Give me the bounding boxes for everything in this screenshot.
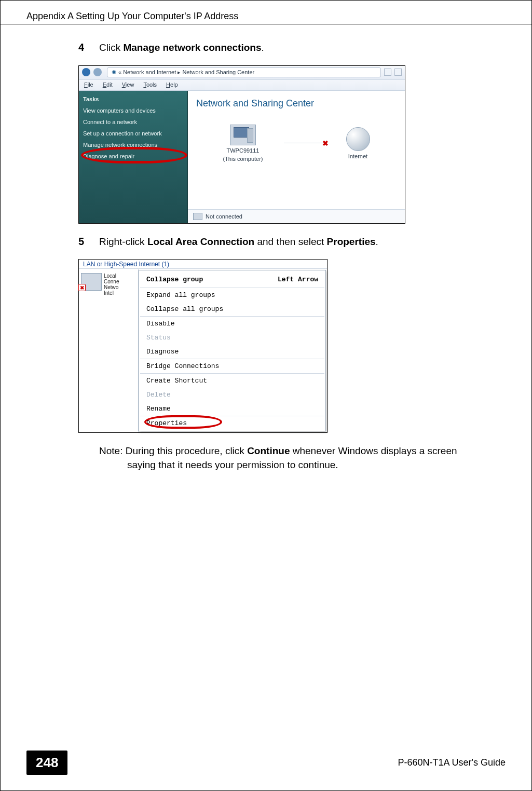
note-line1-post: whenever Windows displays a screen <box>290 445 457 456</box>
vista-menubar: File Edit View Tools Help <box>79 79 405 91</box>
page-header: Appendix A Setting Up Your Computer's IP… <box>1 1 531 24</box>
lan-l2: Conne <box>104 279 119 284</box>
menu-collapse-group[interactable]: Collapse group <box>146 276 203 283</box>
menu-status: Status <box>139 331 325 345</box>
menu-help[interactable]: Help <box>166 81 178 88</box>
main-panel: Network and Sharing Center TWPC99111 (Th… <box>188 91 405 223</box>
figure2-body: ✖ Local Conne Netwo Intel Col <box>79 269 327 432</box>
computer-node: TWPC99111 (This computer) <box>223 125 263 162</box>
vista-body: Tasks View computers and devices Connect… <box>79 91 405 223</box>
step-4-post: . <box>262 42 264 53</box>
lan-l4: Intel <box>104 290 119 296</box>
menu-tools[interactable]: Tools <box>143 81 157 88</box>
guide-name: P-660N-T1A User's Guide <box>398 757 506 768</box>
menu-disable[interactable]: Disable <box>139 317 325 331</box>
step-5-mid: and then select <box>254 236 326 247</box>
sidebar-item-connect[interactable]: Connect to a network <box>83 119 183 125</box>
menu-edit[interactable]: Edit <box>103 81 113 88</box>
internet-label: Internet <box>348 153 367 159</box>
step-4-text: Click Manage network connections. <box>99 41 264 55</box>
appendix-title: Appendix A Setting Up Your Computer's IP… <box>26 11 238 22</box>
menu-left-arrow: Left Arrow <box>278 276 318 283</box>
note-line1-pre: Note: During this procedure, click <box>99 445 247 456</box>
lan-icon: ✖ <box>81 273 102 291</box>
lan-l3: Netwo <box>104 284 119 290</box>
step-4-bold: Manage network connections <box>123 42 261 53</box>
red-circle-properties <box>144 415 222 429</box>
step-5-pre: Right-click <box>99 236 147 247</box>
menu-bridge[interactable]: Bridge Connections <box>139 359 325 373</box>
step-5-bold2: Properties <box>327 236 376 247</box>
step-5-post: . <box>376 236 378 247</box>
sidebar-item-setup[interactable]: Set up a connection or network <box>83 130 183 137</box>
dropdown-icon[interactable] <box>384 69 391 76</box>
lan-l1: Local <box>104 273 119 279</box>
panel-title: Network and Sharing Center <box>196 98 397 109</box>
note-line1-bold: Continue <box>247 445 290 456</box>
menu-expand-all[interactable]: Expand all groups <box>139 288 325 302</box>
lan-text: Local Conne Netwo Intel <box>104 273 119 296</box>
nav-fwd-icon[interactable] <box>93 68 102 76</box>
step-5-bold1: Local Area Connection <box>147 236 254 247</box>
tasks-sidebar: Tasks View computers and devices Connect… <box>79 91 188 223</box>
computer-sub: (This computer) <box>223 156 263 162</box>
computer-icon <box>230 125 256 145</box>
vista-titlebar: ✺ « Network and Internet ▸ Network and S… <box>79 66 405 79</box>
step-4-pre: Click <box>99 42 123 53</box>
group-label: LAN or High-Speed Internet (1) <box>79 260 327 269</box>
context-menu: Collapse group Left Arrow Expand all gro… <box>139 270 326 431</box>
status-icon <box>193 213 202 220</box>
page-number: 248 <box>26 751 67 775</box>
computer-name: TWPC99111 <box>227 147 260 154</box>
menu-delete: Delete <box>139 388 325 402</box>
nav-back-icon[interactable] <box>82 68 90 76</box>
step-5-number: 5 <box>78 236 90 248</box>
menu-file[interactable]: File <box>84 81 93 88</box>
globe-icon <box>346 127 370 151</box>
note-line2: saying that it needs your permission to … <box>99 458 500 472</box>
search-icon[interactable] <box>394 69 402 76</box>
note-block: Note: During this procedure, click Conti… <box>99 444 500 472</box>
menu-shortcut[interactable]: Create Shortcut <box>139 374 325 388</box>
connections-pane: ✖ Local Conne Netwo Intel <box>79 269 139 432</box>
lan-disabled-x-icon: ✖ <box>78 284 86 291</box>
step-4: 4 Click Manage network connections. ✺ « … <box>78 41 500 224</box>
sidebar-item-view-computers[interactable]: View computers and devices <box>83 107 183 114</box>
breadcrumb-text: « Network and Internet ▸ Network and Sha… <box>118 69 254 76</box>
page-content: 4 Click Manage network connections. ✺ « … <box>1 25 531 472</box>
page-footer: 248 P-660N-T1A User's Guide <box>1 751 531 775</box>
local-area-connection[interactable]: ✖ Local Conne Netwo Intel <box>81 273 136 296</box>
tasks-title: Tasks <box>83 96 183 102</box>
figure-network-sharing-center: ✺ « Network and Internet ▸ Network and S… <box>78 65 405 224</box>
connection-line: ✖ <box>284 143 325 143</box>
menu-collapse-all[interactable]: Collapse all groups <box>139 302 325 316</box>
menu-rename[interactable]: Rename <box>139 402 325 416</box>
status-text: Not connected <box>206 213 242 220</box>
network-diagram: TWPC99111 (This computer) ✖ Internet <box>196 125 397 162</box>
page: Appendix A Setting Up Your Computer's IP… <box>0 0 532 791</box>
menu-view[interactable]: View <box>122 81 134 88</box>
red-circle-highlight <box>81 147 187 163</box>
menu-diagnose[interactable]: Diagnose <box>139 345 325 359</box>
figure-context-menu: LAN or High-Speed Internet (1) ✖ Local C… <box>78 259 328 433</box>
status-bar: Not connected <box>188 209 405 223</box>
step-5: 5 Right-click Local Area Connection and … <box>78 235 500 433</box>
internet-node: Internet <box>346 127 370 159</box>
step-5-text: Right-click Local Area Connection and th… <box>99 235 378 249</box>
step-4-number: 4 <box>78 42 90 53</box>
breadcrumb[interactable]: ✺ « Network and Internet ▸ Network and S… <box>107 67 381 77</box>
disconnected-x-icon: ✖ <box>321 139 330 147</box>
